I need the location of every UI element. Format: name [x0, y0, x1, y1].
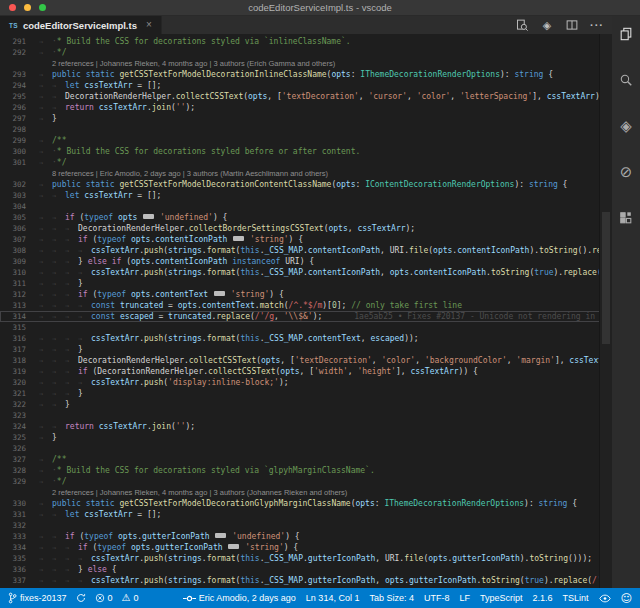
split-editor-icon[interactable] [565, 18, 579, 32]
code-row[interactable]: 311→→→} [0, 278, 612, 289]
line-number[interactable]: 301 [0, 157, 35, 168]
line-number[interactable]: 295 [0, 91, 35, 102]
line-number[interactable]: 296 [0, 102, 35, 113]
line-number[interactable]: 336 [0, 564, 35, 575]
codelens-text[interactable]: 2 references | Johannes Rieken, 4 months… [39, 59, 335, 68]
code-row[interactable]: 299→/** [0, 135, 612, 146]
activitybar-gitlens-icon[interactable]: ◈ [616, 116, 636, 136]
line-number[interactable]: 297 [0, 113, 35, 124]
line-number[interactable]: 315 [0, 322, 35, 333]
code-row[interactable]: 315 [0, 322, 612, 333]
code-row[interactable]: 318→→→DecorationRenderHelper.collectCSST… [0, 355, 612, 366]
line-number[interactable]: 330 [0, 498, 35, 509]
line-number[interactable]: 294 [0, 80, 35, 91]
code-row[interactable]: 331→→let cssTextArr = []; [0, 509, 612, 520]
line-number[interactable]: 310 [0, 267, 35, 278]
code-row[interactable]: 301→·*/ [0, 157, 612, 168]
status-tslint[interactable]: TSLint [563, 593, 589, 603]
line-number[interactable]: 331 [0, 509, 35, 520]
code-row[interactable]: 335→→→→cssTextArr.push(strings.format(th… [0, 553, 612, 564]
code-row[interactable]: 309→→→} else if (opts.contentIconPath in… [0, 256, 612, 267]
line-number[interactable]: 298 [0, 124, 35, 135]
code-row[interactable]: 293→public static getCSSTextForModelDeco… [0, 69, 612, 80]
code-row[interactable]: 329→·*/ [0, 476, 612, 487]
code-row[interactable]: 312→→→if (typeof opts.contentText === 's… [0, 289, 612, 300]
line-number[interactable]: 335 [0, 553, 35, 564]
code-row[interactable]: 303→→let cssTextArr = []; [0, 190, 612, 201]
code-row[interactable]: 292→·*/ [0, 47, 612, 58]
tab-codeEditorServiceImpl[interactable]: TS codeEditorServiceImpl.ts × [0, 16, 162, 34]
codelens-text[interactable]: 2 references | Johannes Rieken, 4 months… [39, 488, 347, 497]
code-row[interactable]: 337→→→→cssTextArr.push(strings.format(th… [0, 575, 612, 586]
line-number[interactable]: 302 [0, 179, 35, 190]
code-row[interactable]: 296→→return cssTextArr.join(''); [0, 102, 612, 113]
more-actions-icon[interactable]: ··· [590, 18, 604, 32]
code-row[interactable]: 295→→DecorationRenderHelper.collectCSSTe… [0, 91, 612, 102]
status-git-branch[interactable]: fixes-20137 [8, 592, 67, 604]
line-number[interactable]: 316 [0, 333, 35, 344]
codelens-row[interactable]: 2 references | Johannes Rieken, 4 months… [0, 58, 612, 69]
status-utf-8[interactable]: UTF-8 [424, 593, 450, 603]
line-number[interactable]: 304 [0, 201, 35, 212]
window-close-button[interactable] [9, 4, 16, 11]
line-number[interactable]: 306 [0, 223, 35, 234]
line-number[interactable]: 312 [0, 289, 35, 300]
code-row[interactable]: 317→→→} [0, 344, 612, 355]
code-editor[interactable]: 291→·* Build the CSS for decorations sty… [0, 34, 612, 588]
code-row[interactable]: 310→→→→cssTextArr.push(strings.format(th… [0, 267, 612, 278]
line-number[interactable]: 300 [0, 146, 35, 157]
status-ln-314-col-1[interactable]: Ln 314, Col 1 [306, 593, 360, 603]
status-error[interactable]: 0 [95, 593, 113, 603]
status-sync[interactable] [76, 593, 86, 603]
code-row[interactable]: 328→·* Build the CSS for decorations sty… [0, 465, 612, 476]
status-commit[interactable]: Eric Amodio, 2 days ago [183, 593, 296, 603]
code-row[interactable]: 294→→let cssTextArr = []; [0, 80, 612, 91]
line-number[interactable]: 328 [0, 465, 35, 476]
activitybar-search-icon[interactable] [616, 70, 636, 90]
line-number[interactable]: 324 [0, 421, 35, 432]
line-number[interactable]: 305 [0, 212, 35, 223]
line-number[interactable]: 337 [0, 575, 35, 586]
code-row[interactable]: 330→public static getCSSTextForModelDeco… [0, 498, 612, 509]
line-number[interactable]: 309 [0, 256, 35, 267]
code-row[interactable]: 320→→→→cssTextArr.push('display:inline-b… [0, 377, 612, 388]
code-row[interactable]: 323 [0, 410, 612, 421]
activitybar-explorer-icon[interactable] [616, 24, 636, 44]
code-row[interactable]: 313→→→→const truncated = opts.contentTex… [0, 300, 612, 311]
vertical-scrollbar[interactable] [599, 34, 612, 588]
window-minimize-button[interactable] [24, 4, 31, 11]
line-number[interactable]: 318 [0, 355, 35, 366]
open-preview-icon[interactable] [515, 18, 529, 32]
code-row[interactable]: 307→→→if (typeof opts.contentIconPath ==… [0, 234, 612, 245]
activitybar-extensions-icon[interactable] [616, 208, 636, 228]
line-number[interactable]: 292 [0, 47, 35, 58]
close-icon[interactable]: × [146, 20, 152, 30]
code-row[interactable]: 298 [0, 124, 612, 135]
code-row[interactable]: 325→} [0, 432, 612, 443]
code-row[interactable]: 321→→→} [0, 388, 612, 399]
line-number[interactable]: 314 [0, 311, 35, 322]
line-number[interactable]: 333 [0, 531, 35, 542]
line-number[interactable]: 326 [0, 443, 35, 454]
status-warning[interactable]: ⚠0 [122, 593, 139, 603]
status-tab-size-4[interactable]: Tab Size: 4 [369, 593, 414, 603]
code-row[interactable]: 316→→→→cssTextArr.push(strings.format(th… [0, 333, 612, 344]
code-row[interactable]: 308→→→→cssTextArr.push(strings.format(th… [0, 245, 612, 256]
line-number[interactable]: 311 [0, 278, 35, 289]
line-number[interactable]: 303 [0, 190, 35, 201]
line-number[interactable]: 313 [0, 300, 35, 311]
line-number[interactable]: 320 [0, 377, 35, 388]
code-row[interactable]: 300→·* Build the CSS for decorations sty… [0, 146, 612, 157]
code-row[interactable]: 324→→return cssTextArr.join(''); [0, 421, 612, 432]
codelens-row[interactable]: 2 references | Johannes Rieken, 4 months… [0, 487, 612, 498]
line-number[interactable]: 321 [0, 388, 35, 399]
line-number[interactable]: 329 [0, 476, 35, 487]
status-eye[interactable] [599, 594, 611, 603]
line-number[interactable]: 334 [0, 542, 35, 553]
scrollbar-thumb[interactable] [602, 212, 610, 344]
line-number[interactable]: 308 [0, 245, 35, 256]
code-row[interactable]: 304 [0, 201, 612, 212]
code-row[interactable]: 314→→→→const escaped = truncated.replace… [0, 311, 612, 322]
code-row[interactable]: 291→·* Build the CSS for decorations sty… [0, 36, 612, 47]
gitlens-icon[interactable]: ◈ [540, 18, 554, 32]
